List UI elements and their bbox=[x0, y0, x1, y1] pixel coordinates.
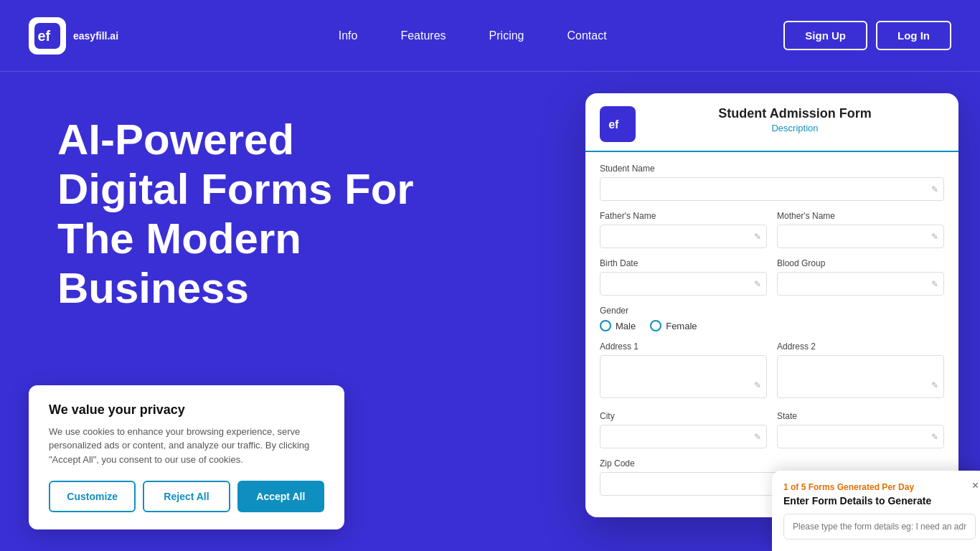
nav-buttons: Sign Up Log In bbox=[783, 21, 951, 50]
form-body: Student Name ✎ Father's Name ✎ bbox=[585, 152, 958, 517]
birth-date-label: Birth Date bbox=[600, 258, 767, 268]
form-description: Description bbox=[646, 123, 944, 133]
address2-group: Address 2 ✎ bbox=[777, 342, 944, 401]
male-label: Male bbox=[616, 321, 636, 331]
customize-button[interactable]: Customize bbox=[49, 481, 136, 512]
mothers-name-input[interactable] bbox=[777, 225, 944, 248]
fathers-name-group: Father's Name ✎ bbox=[600, 211, 767, 248]
state-input[interactable] bbox=[777, 425, 944, 448]
ai-panel-close-button[interactable]: × bbox=[972, 479, 979, 492]
ai-panel: × 1 of 5 Forms Generated Per Day Enter F… bbox=[772, 471, 980, 551]
nav-info[interactable]: Info bbox=[339, 29, 358, 42]
mothers-name-wrapper: ✎ bbox=[777, 225, 944, 248]
address1-wrapper: ✎ bbox=[600, 355, 767, 401]
svg-text:ef: ef bbox=[38, 28, 51, 44]
blood-group-label: Blood Group bbox=[777, 258, 944, 268]
right-side: ef Student Admission Form Description St… bbox=[578, 72, 980, 551]
login-button[interactable]: Log In bbox=[876, 21, 951, 50]
address-row: Address 1 ✎ Address 2 ✎ bbox=[600, 342, 944, 411]
address2-wrapper: ✎ bbox=[777, 355, 944, 401]
nav-features[interactable]: Features bbox=[400, 29, 446, 42]
state-group: State ✎ bbox=[777, 411, 944, 448]
address1-group: Address 1 ✎ bbox=[600, 342, 767, 401]
fathers-name-wrapper: ✎ bbox=[600, 225, 767, 248]
city-wrapper: ✎ bbox=[600, 425, 767, 448]
cookie-text: We use cookies to enhance your browsing … bbox=[49, 425, 324, 467]
state-wrapper: ✎ bbox=[777, 425, 944, 448]
ai-counter: 1 of 5 Forms Generated Per Day bbox=[783, 482, 976, 492]
address2-label: Address 2 bbox=[777, 342, 944, 352]
accept-button[interactable]: Accept All bbox=[237, 481, 324, 512]
address1-input[interactable] bbox=[600, 355, 767, 398]
cookie-buttons: Customize Reject All Accept All bbox=[49, 481, 324, 512]
mothers-name-label: Mother's Name bbox=[777, 211, 944, 221]
left-side: AI-Powered Digital Forms For The Modern … bbox=[0, 72, 578, 551]
reject-button[interactable]: Reject All bbox=[143, 481, 230, 512]
blood-group-group: Blood Group ✎ bbox=[777, 258, 944, 296]
edit-icon-address2: ✎ bbox=[931, 380, 938, 390]
form-logo: ef bbox=[600, 106, 636, 142]
gender-group: Gender Male Female bbox=[600, 306, 944, 331]
birth-date-wrapper: ✎ bbox=[600, 272, 767, 296]
hero-line1: AI-Powered bbox=[57, 116, 294, 164]
gender-radio-group: Male Female bbox=[600, 320, 944, 331]
form-title: Student Admission Form bbox=[646, 106, 944, 121]
edit-icon-student: ✎ bbox=[931, 184, 938, 194]
edit-icon-city: ✎ bbox=[754, 432, 761, 442]
student-name-group: Student Name ✎ bbox=[600, 164, 944, 201]
nav-links: Info Features Pricing Contact bbox=[161, 29, 783, 42]
female-radio-label[interactable]: Female bbox=[650, 320, 697, 331]
gender-label: Gender bbox=[600, 306, 944, 316]
parents-row: Father's Name ✎ Mother's Name ✎ bbox=[600, 211, 944, 258]
birth-blood-row: Birth Date ✎ Blood Group ✎ bbox=[600, 258, 944, 306]
state-label: State bbox=[777, 411, 944, 421]
cookie-title: We value your privacy bbox=[49, 402, 324, 418]
city-state-row: City ✎ State ✎ bbox=[600, 411, 944, 458]
city-input[interactable] bbox=[600, 425, 767, 448]
female-radio-circle bbox=[650, 320, 661, 331]
address1-label: Address 1 bbox=[600, 342, 767, 352]
ai-panel-input[interactable] bbox=[783, 514, 976, 540]
nav-pricing[interactable]: Pricing bbox=[489, 29, 524, 42]
svg-text:ef: ef bbox=[608, 118, 619, 131]
fathers-name-input[interactable] bbox=[600, 225, 767, 248]
birth-date-input[interactable] bbox=[600, 272, 767, 296]
logo-text: easyfill.ai bbox=[73, 30, 118, 42]
zip-code-label: Zip Code bbox=[600, 458, 944, 468]
address2-input[interactable] bbox=[777, 355, 944, 398]
edit-icon-birth: ✎ bbox=[754, 279, 761, 289]
city-label: City bbox=[600, 411, 767, 421]
main-content: AI-Powered Digital Forms For The Modern … bbox=[0, 72, 980, 551]
logo-area: ef easyfill.ai bbox=[29, 17, 118, 55]
birth-date-group: Birth Date ✎ bbox=[600, 258, 767, 296]
student-name-input[interactable] bbox=[600, 177, 944, 201]
male-radio-circle bbox=[600, 320, 611, 331]
hero-line2: Digital Forms For bbox=[57, 165, 414, 213]
form-title-area: Student Admission Form Description bbox=[646, 106, 944, 133]
edit-icon-address1: ✎ bbox=[754, 380, 761, 390]
navbar: ef easyfill.ai Info Features Pricing Con… bbox=[0, 0, 980, 72]
blood-group-input[interactable] bbox=[777, 272, 944, 296]
logo-icon: ef bbox=[29, 17, 66, 55]
edit-icon-blood: ✎ bbox=[931, 279, 938, 289]
signup-button[interactable]: Sign Up bbox=[783, 21, 867, 50]
nav-contact[interactable]: Contact bbox=[567, 29, 606, 42]
fathers-name-label: Father's Name bbox=[600, 211, 767, 221]
student-name-label: Student Name bbox=[600, 164, 944, 174]
female-label: Female bbox=[666, 321, 697, 331]
mothers-name-group: Mother's Name ✎ bbox=[777, 211, 944, 248]
hero-title: AI-Powered Digital Forms For The Modern … bbox=[57, 115, 550, 313]
ai-panel-title: Enter Form Details to Generate bbox=[783, 495, 976, 507]
form-card: ef Student Admission Form Description St… bbox=[585, 93, 958, 517]
city-group: City ✎ bbox=[600, 411, 767, 448]
edit-icon-state: ✎ bbox=[931, 432, 938, 442]
hero-line4: Business bbox=[57, 264, 249, 312]
edit-icon-father: ✎ bbox=[754, 232, 761, 242]
male-radio-label[interactable]: Male bbox=[600, 320, 636, 331]
form-header: ef Student Admission Form Description bbox=[585, 93, 958, 152]
hero-line3: The Modern bbox=[57, 215, 301, 263]
blood-group-wrapper: ✎ bbox=[777, 272, 944, 296]
student-name-wrapper: ✎ bbox=[600, 177, 944, 201]
edit-icon-mother: ✎ bbox=[931, 232, 938, 242]
cookie-banner: We value your privacy We use cookies to … bbox=[29, 385, 344, 530]
